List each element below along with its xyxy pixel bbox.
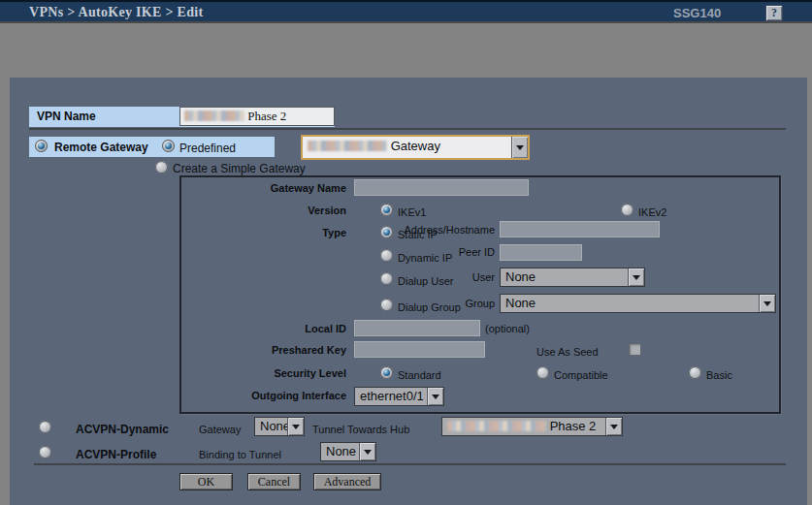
create-simple-gateway-label: Create a Simple Gateway [173,162,306,175]
gateway-name-label: Gateway Name [179,182,346,194]
vpn-name-input[interactable]: Phase 2 [179,107,335,126]
help-button[interactable]: ? [765,5,783,21]
remote-gateway-label: Remote Gateway [54,141,148,154]
redacted-vpn-name [184,110,244,121]
binding-to-tunnel-label: Binding to Tunnel [199,449,281,460]
group-select-value: None [505,296,536,310]
version-label: Version [179,205,346,216]
group-label: Group [417,298,495,309]
basic-radio[interactable] [689,366,701,379]
vpn-name-value-suffix: Phase 2 [247,109,286,123]
chevron-down-icon[interactable] [605,418,622,435]
security-level-label: Security Level [179,367,346,379]
top-bar: VPNs > AutoKey IKE > Edit SSG140 ? [0,0,812,23]
dialup-group-radio[interactable] [380,299,393,311]
dialup-user-radio[interactable] [380,272,393,285]
divider [34,463,786,465]
compatible-radio[interactable] [536,366,549,379]
cancel-button[interactable]: Cancel [247,473,301,490]
user-select[interactable]: None [500,268,645,287]
compatible-label: Compatible [554,369,608,381]
predefined-radio[interactable] [162,140,175,152]
predefined-label: Predefined [179,142,236,155]
use-as-seed-label: Use As Seed [536,346,599,358]
chevron-down-icon[interactable] [511,137,528,158]
acvpn-dynamic-radio[interactable] [39,421,51,433]
ikev2-label: IKEv2 [638,206,666,218]
breadcrumb: VPNs > AutoKey IKE > Edit [29,5,203,20]
redacted-gateway-name [308,141,387,151]
advanced-button[interactable]: Advanced [313,473,381,490]
chevron-down-icon[interactable] [427,388,443,405]
divider [29,128,786,130]
basic-label: Basic [706,369,732,381]
predefined-gateway-value-suffix: Gateway [391,139,440,153]
ikev1-label: IKEv1 [398,206,426,218]
dynamic-ip-radio[interactable] [380,249,393,262]
ok-button[interactable]: OK [179,473,233,490]
chevron-down-icon[interactable] [359,443,375,460]
tunnel-towards-hub-label: Tunnel Towards Hub [312,424,409,435]
acvpn-dynamic-label: ACVPN-Dynamic [76,423,169,436]
peer-id-input[interactable] [500,244,582,261]
predefined-gateway-select[interactable]: Gateway [301,135,530,160]
outgoing-interface-select[interactable]: ethernet0/1 [354,387,444,406]
chevron-down-icon[interactable] [287,418,304,435]
device-name: SSG140 [673,6,721,20]
remote-gateway-radio[interactable] [35,140,48,152]
screenos-admin-page: VPNs > AutoKey IKE > Edit SSG140 ? VPN N… [0,0,812,505]
standard-label: Standard [398,369,441,381]
ikev2-radio[interactable] [621,204,633,216]
address-hostname-label: Address/Hostname [383,224,495,236]
local-id-label: Local ID [179,323,346,334]
outgoing-interface-label: Outgoing Interface [179,390,346,401]
vpn-name-label: VPN Name [37,110,96,123]
tunnel-towards-hub-select[interactable]: Phase 2 [441,417,623,436]
binding-to-tunnel-value: None [326,444,356,458]
peer-id-label: Peer ID [417,246,495,258]
ikev1-radio[interactable] [380,204,393,216]
redacted-hub-name [447,421,546,431]
chevron-down-icon[interactable] [759,295,775,312]
type-label: Type [179,227,346,238]
binding-to-tunnel-select[interactable]: None [320,442,376,461]
local-id-input[interactable] [354,320,480,336]
create-simple-gateway-radio[interactable] [155,161,168,174]
chevron-down-icon[interactable] [628,268,644,286]
preshared-key-input[interactable] [354,341,485,358]
acvpn-gateway-label: Gateway [199,424,241,435]
acvpn-profile-radio[interactable] [39,446,51,458]
standard-radio[interactable] [380,366,393,379]
acvpn-gateway-select[interactable]: None [254,417,305,436]
user-label: User [417,271,495,283]
outgoing-interface-value: ethernet0/1 [360,389,424,403]
address-hostname-input[interactable] [500,221,660,237]
user-select-value: None [505,269,536,284]
acvpn-gateway-value: None [260,419,290,433]
use-as-seed-checkbox[interactable] [629,343,641,356]
tunnel-towards-hub-value-suffix: Phase 2 [550,419,597,433]
preshared-key-label: Preshared Key [179,344,346,356]
acvpn-profile-label: ACVPN-Profile [76,448,156,461]
group-select[interactable]: None [500,294,776,313]
gateway-name-input[interactable] [354,179,529,196]
optional-note: (optional) [485,323,530,334]
